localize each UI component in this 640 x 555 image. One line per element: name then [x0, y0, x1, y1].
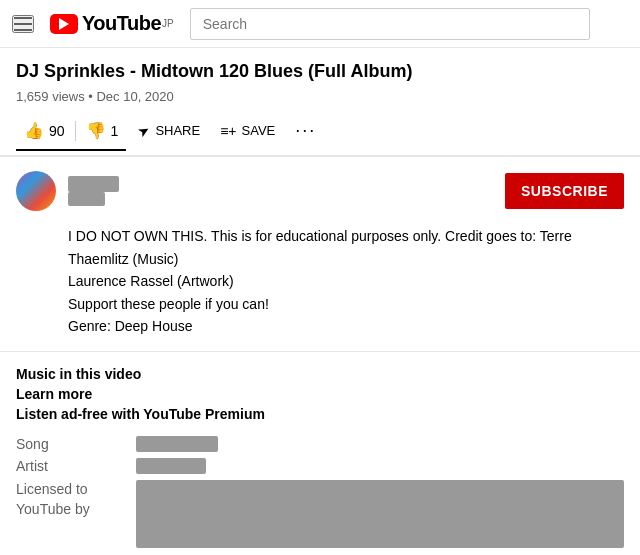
desc-line3: Support these people if you can! — [68, 293, 624, 315]
music-section-title: Music in this video — [16, 366, 624, 382]
premium-label: Listen ad-free with YouTube Premium — [16, 406, 624, 422]
artist-value — [136, 458, 624, 474]
search-input[interactable] — [190, 8, 590, 40]
more-icon — [295, 120, 316, 141]
yt-region: JP — [162, 18, 174, 29]
channel-name — [68, 176, 119, 192]
logo-area: YouTubeJP — [50, 12, 174, 35]
thumbs-down-icon — [86, 121, 106, 140]
desc-line4: Genre: Deep House — [68, 315, 624, 337]
channel-info — [68, 176, 119, 206]
more-options-button[interactable] — [287, 114, 324, 147]
like-count: 90 — [49, 123, 65, 139]
youtube-wordmark: YouTube — [82, 12, 161, 35]
video-title: DJ Sprinkles - Midtown 120 Blues (Full A… — [16, 60, 624, 83]
desc-line2: Laurence Rassel (Artwork) — [68, 270, 624, 292]
share-button[interactable]: SHARE — [130, 117, 208, 145]
subscriber-count — [68, 192, 119, 206]
save-icon — [220, 123, 236, 139]
subscribe-button[interactable]: SUBSCRIBE — [505, 173, 624, 209]
thumbs-up-icon — [24, 121, 44, 140]
channel-left — [16, 171, 119, 211]
artist-blurred — [136, 458, 206, 474]
desc-line1: I DO NOT OWN THIS. This is for education… — [68, 225, 624, 270]
header: YouTubeJP — [0, 0, 640, 48]
upload-date: Dec 10, 2020 — [96, 89, 173, 104]
like-divider — [75, 121, 76, 141]
share-icon — [138, 123, 150, 139]
channel-name-blurred — [68, 176, 119, 192]
song-value[interactable] — [136, 436, 624, 452]
view-count: 1,659 views — [16, 89, 85, 104]
music-table: Song Artist Licensed to YouTube by — [16, 436, 624, 547]
artist-label: Artist — [16, 458, 136, 474]
youtube-logo[interactable]: YouTubeJP — [50, 12, 174, 35]
actions-bar: 90 1 SHARE SAVE — [0, 114, 640, 157]
licensed-value — [136, 480, 624, 547]
licensed-blurred — [136, 480, 624, 547]
video-meta: 1,659 views • Dec 10, 2020 — [16, 89, 624, 104]
song-label: Song — [16, 436, 136, 452]
description: I DO NOT OWN THIS. This is for education… — [0, 225, 640, 352]
song-blurred — [136, 436, 218, 452]
music-section: Music in this video Learn more Listen ad… — [0, 352, 640, 555]
licensed-label: Licensed to YouTube by — [16, 480, 136, 547]
save-label: SAVE — [242, 123, 276, 138]
dislike-count: 1 — [111, 123, 119, 139]
share-label: SHARE — [155, 123, 200, 138]
save-button[interactable]: SAVE — [212, 117, 283, 145]
channel-section: SUBSCRIBE — [0, 157, 640, 225]
like-button[interactable]: 90 — [16, 121, 73, 140]
sub-count-blurred — [68, 192, 105, 206]
video-info: DJ Sprinkles - Midtown 120 Blues (Full A… — [0, 48, 640, 104]
like-dislike-group: 90 1 — [16, 121, 126, 151]
menu-button[interactable] — [12, 15, 34, 33]
avatar[interactable] — [16, 171, 56, 211]
dislike-button[interactable]: 1 — [78, 121, 127, 140]
yt-play-icon — [50, 14, 78, 34]
learn-more-link[interactable]: Learn more — [16, 386, 624, 402]
